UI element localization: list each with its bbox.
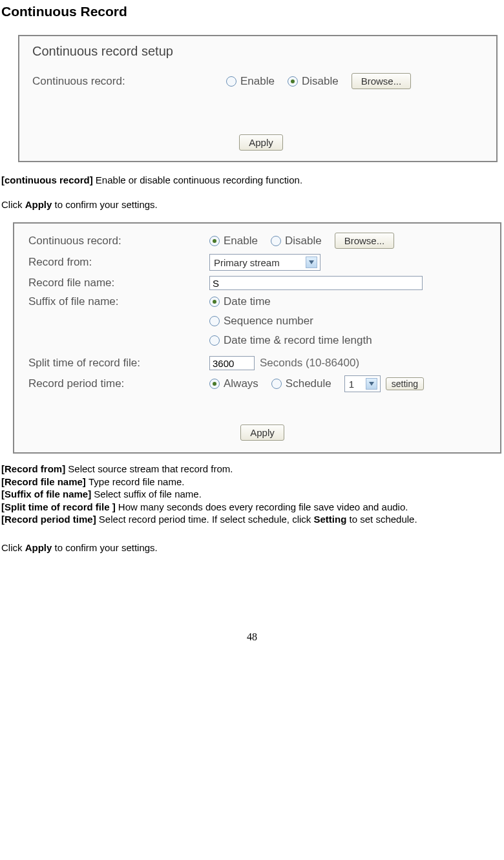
browse-button[interactable]: Browse... bbox=[352, 73, 412, 89]
page-title: Continuous Record bbox=[0, 4, 504, 19]
label-suffix: Suffix of file name: bbox=[28, 295, 209, 308]
label-record-from: Record from: bbox=[28, 256, 209, 269]
radio-icon bbox=[209, 379, 220, 389]
label-split-time: Split time of record file: bbox=[28, 357, 209, 370]
radio-enable[interactable]: Enable bbox=[226, 75, 275, 88]
radio-disable-label: Disable bbox=[302, 75, 339, 88]
text: to confirm your settings. bbox=[52, 199, 157, 210]
desc-label: [Record period time] bbox=[1, 514, 99, 525]
desc-label: [Record from] bbox=[1, 463, 68, 474]
panel-heading: Continuous record setup bbox=[32, 44, 490, 59]
chevron-down-icon bbox=[306, 257, 317, 268]
text: to confirm your settings. bbox=[52, 542, 157, 553]
text-bold: Apply bbox=[25, 199, 52, 210]
radio-label: Date time & record time length bbox=[224, 334, 372, 347]
desc-label: [Record file name] bbox=[1, 476, 89, 487]
desc-text: Type record file name. bbox=[89, 476, 184, 487]
radio-suffix-sequence[interactable]: Sequence number bbox=[209, 315, 313, 328]
browse-button[interactable]: Browse... bbox=[335, 233, 395, 249]
apply-button[interactable]: Apply bbox=[239, 134, 283, 151]
radio-label: Schedule bbox=[286, 377, 331, 390]
radio-icon bbox=[209, 236, 220, 246]
text-bold: Apply bbox=[25, 542, 52, 553]
desc-label: [continuous record] bbox=[1, 174, 96, 185]
select-record-from[interactable]: Primary stream bbox=[209, 254, 320, 271]
radio-enable[interactable]: Enable bbox=[209, 235, 258, 247]
chevron-down-icon bbox=[366, 378, 377, 390]
row-file-name: Record file name: bbox=[28, 276, 496, 290]
row-continuous-record-2: Continuous record: Enable Disable Browse… bbox=[28, 233, 496, 249]
panel-continuous-detail: Continuous record: Enable Disable Browse… bbox=[13, 222, 501, 454]
radio-label: Date time bbox=[224, 295, 271, 308]
radio-icon bbox=[271, 379, 282, 389]
radio-enable-label: Enable bbox=[224, 235, 258, 247]
radio-suffix-datetime[interactable]: Date time bbox=[209, 295, 271, 308]
panel-continuous-setup: Continuous record setup Continuous recor… bbox=[18, 35, 498, 162]
radio-disable[interactable]: Disable bbox=[271, 235, 322, 247]
label-continuous-record: Continuous record: bbox=[32, 75, 226, 88]
select-value: 1 bbox=[349, 379, 354, 390]
row-record-from: Record from: Primary stream bbox=[28, 254, 496, 271]
desc-label: [Split time of record file ] bbox=[1, 501, 118, 512]
desc-label: [Suffix of file name] bbox=[1, 488, 94, 499]
text: Click bbox=[1, 542, 25, 553]
desc-text: to set schedule. bbox=[346, 514, 417, 525]
label-continuous-record: Continuous record: bbox=[28, 235, 209, 247]
row-split-time: Split time of record file: Seconds (10-8… bbox=[28, 356, 496, 370]
input-split-time[interactable] bbox=[209, 356, 255, 370]
row-continuous-record: Continuous record: Enable Disable Browse… bbox=[32, 73, 490, 89]
desc-text: Select record period time. If select sch… bbox=[99, 514, 314, 525]
radio-icon bbox=[226, 76, 236, 87]
radio-disable-label: Disable bbox=[285, 235, 322, 247]
split-unit: Seconds (10-86400) bbox=[260, 357, 359, 370]
label-file-name: Record file name: bbox=[28, 277, 209, 289]
page-number: 48 bbox=[0, 631, 504, 649]
input-file-name[interactable] bbox=[209, 276, 423, 290]
setting-button[interactable]: setting bbox=[386, 377, 424, 390]
desc-text: Select suffix of file name. bbox=[94, 488, 201, 499]
radio-icon bbox=[209, 297, 220, 307]
radio-icon bbox=[209, 335, 220, 346]
radio-period-always[interactable]: Always bbox=[209, 377, 258, 390]
desc-text: Select source stream that record from. bbox=[68, 463, 233, 474]
apply-instruction-1: Click Apply to confirm your settings. bbox=[1, 198, 504, 211]
label-period: Record period time: bbox=[28, 377, 209, 390]
radio-icon bbox=[271, 236, 281, 246]
desc-continuous-record: [continuous record] Enable or disable co… bbox=[1, 174, 504, 187]
row-period: Record period time: Always Schedule 1 se… bbox=[28, 375, 496, 392]
apply-instruction-2: Click Apply to confirm your settings. bbox=[1, 541, 504, 554]
radio-icon bbox=[288, 76, 298, 87]
desc-block-2: [Record from] Select source stream that … bbox=[1, 463, 504, 526]
radio-disable[interactable]: Disable bbox=[288, 75, 339, 88]
radio-label: Always bbox=[224, 377, 258, 390]
desc-text: Enable or disable continuous recording f… bbox=[96, 174, 302, 185]
radio-enable-label: Enable bbox=[240, 75, 275, 88]
desc-text: How many seconds does every recording fi… bbox=[118, 501, 408, 512]
text: Click bbox=[1, 199, 25, 210]
desc-bold: Setting bbox=[314, 514, 347, 525]
select-schedule-number[interactable]: 1 bbox=[344, 375, 381, 392]
radio-icon bbox=[209, 316, 220, 326]
select-value: Primary stream bbox=[214, 257, 280, 268]
row-suffix: Suffix of file name: Date time Sequence … bbox=[28, 295, 496, 351]
svg-marker-1 bbox=[369, 382, 374, 386]
apply-button[interactable]: Apply bbox=[240, 425, 284, 441]
radio-label: Sequence number bbox=[224, 315, 313, 328]
radio-period-schedule[interactable]: Schedule bbox=[271, 377, 331, 390]
svg-marker-0 bbox=[309, 260, 314, 264]
radio-suffix-datetime-length[interactable]: Date time & record time length bbox=[209, 334, 372, 347]
